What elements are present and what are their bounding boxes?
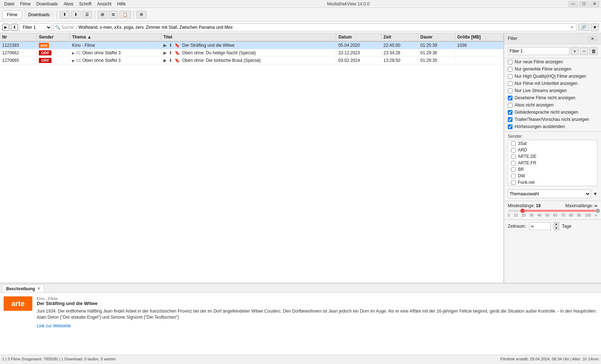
menu-schrift[interactable]: Schrift (76, 1, 94, 7)
filter-checkbox-label[interactable]: Nur gemerkte Filme anzeigen (515, 67, 571, 72)
sender-list-item[interactable]: BR (508, 166, 597, 173)
action-icon[interactable]: 🔖 (175, 50, 180, 55)
slider-max-thumb[interactable] (596, 209, 600, 213)
sender-checkbox[interactable] (511, 167, 516, 172)
toolbar-grid-btn[interactable]: ⊞ (98, 11, 107, 18)
sender-list-item[interactable]: ARTE.DE (508, 153, 597, 160)
sender-checkbox[interactable] (511, 180, 516, 185)
menu-datei[interactable]: Datei (1, 1, 17, 7)
filter-checkbox[interactable] (508, 96, 512, 100)
tab-filme[interactable]: Filme (2, 10, 22, 19)
zeitraum-input[interactable] (529, 222, 551, 230)
tab-downloads[interactable]: Downloads (23, 10, 54, 19)
filter-checkbox[interactable] (508, 103, 512, 108)
maximize-button[interactable]: ☐ (579, 1, 589, 7)
sender-checkbox[interactable] (511, 161, 516, 165)
checkboxes-container: Nur neue Filme anzeigen Nur gemerkte Fil… (504, 58, 601, 130)
description-link[interactable]: Link zur Webseite (37, 323, 597, 328)
filter-delete-button[interactable]: 🗑 (589, 47, 597, 55)
action-icon[interactable]: ▶ (163, 58, 167, 63)
action-icon[interactable]: 🔖 (175, 58, 180, 63)
sender-list-item[interactable]: 3Sat (508, 140, 597, 147)
cell-titel: ▶⬇🔖Der Sträfling und die Witwe (161, 41, 336, 49)
tab-beschreibung[interactable]: Beschreibung ✕ (2, 285, 44, 292)
filter-checkbox-label[interactable]: Gesehene Filme nicht anzeigen (515, 95, 575, 100)
filter-checkbox[interactable] (508, 60, 512, 64)
menu-filme[interactable]: Filme (17, 1, 33, 7)
sender-list-item[interactable]: ARTE.FR (508, 160, 597, 166)
toolbar-paste-btn[interactable]: 📋 (119, 11, 131, 18)
sender-label[interactable]: BR (518, 167, 524, 172)
beschreibung-tab-close[interactable]: ✕ (37, 286, 40, 291)
slider-min-thumb[interactable] (520, 209, 525, 213)
copy-url-btn[interactable]: 🔗 (578, 23, 589, 31)
description-series: Kino - Filme (37, 296, 597, 301)
filter-checkbox-label[interactable]: Nur neue Filme anzeigen (515, 59, 563, 64)
filter-checkbox-label[interactable]: Trailer/Teaser/Vorschau nicht anzeigen (515, 117, 589, 122)
sender-label[interactable]: DW (518, 173, 525, 178)
table-row[interactable]: 1270665 ORF ▶CCOben ohne Staffel 3 ▶⬇🔖Ob… (0, 57, 503, 64)
filter-checkbox[interactable] (508, 110, 512, 115)
slider-track[interactable] (508, 210, 597, 212)
filter-checkbox-label[interactable]: Nur Filme mit Untertitel anzeigen (515, 81, 578, 86)
action-icon[interactable]: ⬇ (169, 43, 172, 48)
menu-abos[interactable]: Abos (61, 1, 76, 7)
toolbar-settings-btn[interactable]: ⚙ (136, 11, 146, 18)
table-row[interactable]: 1270662 ORF ▶CCOben ohne Staffel 3 ▶⬇🔖Ob… (0, 49, 503, 57)
filter-checkbox-label[interactable]: Nur High Quality(HQ) Filme anzeigen (515, 74, 586, 79)
sender-label[interactable]: Funk.net (518, 180, 535, 185)
sender-checkbox[interactable] (511, 148, 516, 153)
toolbar-copy-btn[interactable]: ⧉ (109, 11, 118, 18)
action-icon[interactable]: ⬇ (169, 50, 172, 55)
filter-name-input[interactable] (508, 47, 569, 55)
sender-list-item[interactable]: Funk.net (508, 179, 597, 186)
col-thema[interactable]: Thema ▲ (70, 33, 161, 41)
toolbar-list-btn[interactable]: ☰ (82, 11, 92, 18)
download-button-sm[interactable]: ⬇ (11, 24, 18, 31)
sender-checkbox[interactable] (511, 174, 516, 178)
action-icon[interactable]: ▶ (163, 50, 167, 55)
sender-list-item[interactable]: ARD (508, 147, 597, 153)
filter-remove-button[interactable]: − (580, 47, 588, 55)
table-container: Nr Sender Thema ▲ Titel Datum Zeit Dauer… (0, 33, 504, 283)
zeitraum-up-button[interactable]: ▲ (553, 222, 559, 226)
menu-hilfe[interactable]: Hilfe (114, 1, 128, 7)
filter-toggle-button[interactable]: ▼ (591, 23, 599, 31)
toolbar-bookmark-btn[interactable]: ⬇ (71, 11, 81, 18)
filter-checkbox-label[interactable]: Gebärdensprache nicht anzeigen (515, 110, 578, 115)
toolbar-upload-btn[interactable]: ⬆ (60, 11, 69, 18)
filter-checkbox[interactable] (508, 67, 512, 72)
filter-checkbox-label[interactable]: Hörfassungen ausblenden (515, 124, 565, 129)
sender-checkbox[interactable] (511, 154, 516, 159)
sender-checkbox[interactable] (511, 141, 516, 146)
zeitraum-down-button[interactable]: ▼ (553, 226, 559, 230)
sender-label[interactable]: ARD (518, 147, 527, 153)
action-icon[interactable]: ▶ (163, 43, 167, 48)
action-icon[interactable]: ⬇ (169, 58, 172, 63)
filter-select[interactable]: Filter 1 (19, 23, 52, 31)
filter-checkbox-label[interactable]: Nur Live Streams anzeigen (515, 88, 567, 93)
filter-checkbox[interactable] (508, 124, 512, 129)
filter-checkbox[interactable] (508, 88, 512, 93)
table-row[interactable]: 1122393 arte Kino - Filme ▶⬇🔖Der Sträfli… (0, 41, 503, 49)
search-input[interactable] (76, 25, 569, 30)
sender-label[interactable]: 3Sat (518, 141, 527, 146)
close-button[interactable]: ✕ (589, 1, 600, 7)
filter-checkbox[interactable] (508, 117, 512, 122)
filter-add-button[interactable]: + (571, 47, 579, 55)
play-button[interactable]: ▶ (2, 24, 9, 31)
action-icon[interactable]: 🔖 (175, 43, 180, 48)
sender-label[interactable]: ARTE.FR (518, 160, 536, 165)
sender-label[interactable]: ARTE.DE (518, 154, 537, 159)
minimize-button[interactable]: — (568, 1, 578, 7)
menu-downloads[interactable]: Downloads (33, 1, 60, 7)
filter-checkbox-label[interactable]: Abos nicht anzeigen (515, 103, 553, 108)
sender-list-item[interactable]: DW (508, 173, 597, 179)
cell-zeit: 23:34:28 (381, 49, 418, 57)
filter-checkbox[interactable] (508, 81, 512, 86)
menu-ansicht[interactable]: Ansicht (94, 1, 114, 7)
search-clear-button[interactable]: ✕ (569, 25, 575, 30)
thema-select[interactable]: Themaauswahl (508, 190, 591, 198)
filter-panel-close[interactable]: ✕ (587, 35, 597, 42)
filter-checkbox[interactable] (508, 74, 512, 79)
